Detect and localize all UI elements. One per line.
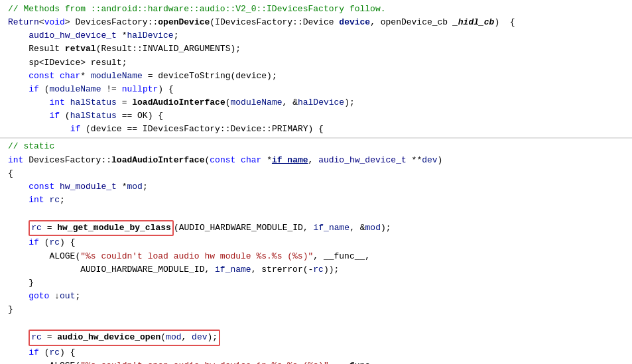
code-text: int rc;: [8, 194, 624, 207]
code-text: int halStatus = loadAudioInterface(modul…: [8, 96, 624, 109]
line-aloge2: ALOGE("%s couldn't open audio hw device …: [0, 359, 632, 364]
code-text: audio_hw_device_t *halDevice;: [8, 29, 624, 42]
line-load-sig: int DevicesFactory::loadAudioInterface(c…: [0, 154, 632, 167]
line-sp-result: sp<IDevice> result;: [0, 56, 632, 70]
code-text: int DevicesFactory::loadAudioInterface(c…: [8, 154, 624, 167]
code-text: Return<void> DevicesFactory::openDevice(…: [8, 16, 624, 29]
line-rc-audio-open: rc = audio_hw_device_open(mod, dev);: [0, 330, 632, 345]
line-comment1: // Methods from ::android::hardware::aud…: [0, 3, 632, 16]
code-text: }: [8, 276, 624, 290]
line-if-device: if (device == IDevicesFactory::Device::P…: [0, 123, 632, 136]
line-open-brace: {: [0, 167, 632, 180]
code-text: rc = audio_hw_device_open(mod, dev);: [8, 330, 624, 345]
line-empty1: [0, 207, 632, 220]
code-text: if (halStatus == OK) {: [8, 109, 624, 123]
code-text: AUDIO_HARDWARE_MODULE_ID, if_name, strer…: [8, 263, 624, 276]
line-aloge1b: AUDIO_HARDWARE_MODULE_ID, if_name, strer…: [0, 263, 632, 276]
line-goto1: goto ↓out;: [0, 290, 632, 303]
code-text: rc = hw_get_module_by_class(AUDIO_HARDWA…: [8, 220, 624, 236]
code-text: if (rc) {: [8, 346, 624, 359]
line-open-device-sig: Return<void> DevicesFactory::openDevice(…: [0, 16, 632, 29]
code-text: Result retval(Result::INVALID_ARGUMENTS)…: [8, 42, 624, 56]
line-const-mod: const hw_module_t *mod;: [0, 180, 632, 194]
code-text: const char* moduleName = deviceToString(…: [8, 70, 624, 83]
line-close-brace1: }: [0, 276, 632, 290]
line-const-char: const char* moduleName = deviceToString(…: [0, 70, 632, 83]
code-text: sp<IDevice> result;: [8, 56, 624, 70]
code-text: {: [8, 167, 624, 180]
line-rc-hw-get: rc = hw_get_module_by_class(AUDIO_HARDWA…: [0, 220, 632, 236]
line-hal-device: audio_hw_device_t *halDevice;: [0, 29, 632, 42]
section-divider: [0, 137, 632, 139]
line-comment2: // static: [0, 140, 632, 153]
code-text: // Methods from ::android::hardware::aud…: [8, 3, 624, 16]
code-text: // static: [8, 140, 624, 153]
code-text: ALOGE("%s couldn't open audio hw device …: [8, 359, 624, 364]
code-text: if (moduleName != nullptr) {: [8, 83, 624, 96]
code-text: ALOGE("%s couldn't load audio hw module …: [8, 250, 624, 263]
code-text: goto ↓out;: [8, 290, 624, 303]
line-if-rc1: if (rc) {: [0, 236, 632, 249]
code-text: const hw_module_t *mod;: [8, 180, 624, 194]
line-empty2: [0, 316, 632, 330]
code-text: [8, 316, 624, 330]
line-if-rc2: if (rc) {: [0, 346, 632, 359]
line-int-rc: int rc;: [0, 194, 632, 207]
line-if-hal: if (halStatus == OK) {: [0, 109, 632, 123]
code-text: [8, 207, 624, 220]
code-viewer: // Methods from ::android::hardware::aud…: [0, 0, 632, 364]
code-text: if (device == IDevicesFactory::Device::P…: [8, 123, 624, 136]
code-text: }: [8, 303, 624, 316]
line-if-module: if (moduleName != nullptr) {: [0, 83, 632, 96]
line-int-hal: int halStatus = loadAudioInterface(modul…: [0, 96, 632, 109]
line-close-brace2: }: [0, 303, 632, 316]
line-aloge1: ALOGE("%s couldn't load audio hw module …: [0, 250, 632, 263]
line-retval: Result retval(Result::INVALID_ARGUMENTS)…: [0, 42, 632, 56]
code-text: if (rc) {: [8, 236, 624, 249]
